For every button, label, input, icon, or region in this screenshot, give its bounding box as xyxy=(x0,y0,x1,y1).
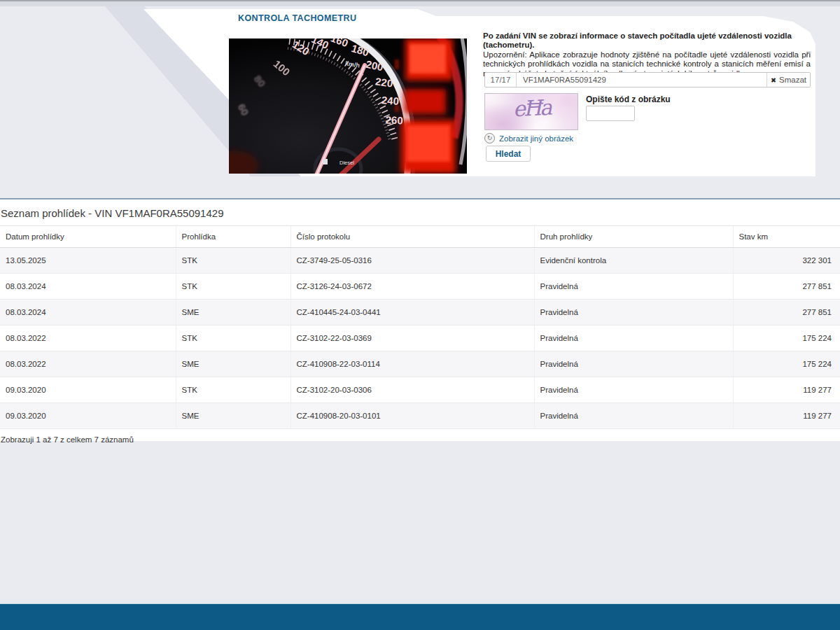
table-cell: 175 224 xyxy=(733,351,840,377)
table-cell: Pravidelná xyxy=(534,326,733,351)
table-cell: 08.03.2024 xyxy=(0,274,176,300)
records-summary: Zobrazuji 1 až 7 z celkem 7 záznamů xyxy=(0,429,840,444)
table-cell: SME xyxy=(176,403,290,429)
results-heading: Seznam prohlídek - VIN VF1MAF0RA55091429 xyxy=(0,200,840,225)
table-cell: 175 224 xyxy=(733,326,840,351)
table-cell: Evidenční kontrola xyxy=(534,248,733,274)
table-cell: CZ-3102-22-03-0369 xyxy=(290,326,534,351)
table-cell: CZ-410908-22-03-0114 xyxy=(290,351,534,377)
vin-char-counter: 17/17 xyxy=(485,73,517,87)
speedometer-image: 60 80 100 120 140 160 180 200 220 240 26… xyxy=(229,38,467,174)
table-cell: STK xyxy=(176,326,290,351)
inspection-table-body: 13.05.2025STKCZ-3749-25-05-0316Evidenční… xyxy=(0,248,840,429)
page-title: KONTROLA TACHOMETRU xyxy=(238,13,356,23)
column-header-type: Druh prohlídky xyxy=(534,226,733,248)
column-header-protocol: Číslo protokolu xyxy=(290,226,534,248)
gauge-fuel-label: Diesel xyxy=(340,160,354,166)
results-section: Seznam prohlídek - VIN VF1MAF0RA55091429… xyxy=(0,200,840,441)
table-header-row: Datum prohlídky Prohlídka Číslo protokol… xyxy=(0,226,840,248)
search-panel: Po zadání VIN se zobrazí informace o sta… xyxy=(483,31,811,172)
inspection-table: Datum prohlídky Prohlídka Číslo protokol… xyxy=(0,225,840,429)
table-cell: 13.05.2025 xyxy=(0,248,176,274)
table-cell: 322 301 xyxy=(733,248,840,274)
table-cell: Pravidelná xyxy=(534,351,733,377)
table-cell: 277 851 xyxy=(733,274,840,300)
table-cell: 09.03.2020 xyxy=(0,403,176,429)
column-header-date: Datum prohlídky xyxy=(0,226,176,248)
table-cell: CZ-3102-20-03-0306 xyxy=(290,377,534,403)
table-cell: Pravidelná xyxy=(534,403,733,429)
table-cell: CZ-3126-24-03-0672 xyxy=(290,274,534,300)
table-cell: Pravidelná xyxy=(534,300,733,326)
table-row: 09.03.2020SMECZ-410908-20-03-0101Pravide… xyxy=(0,403,840,429)
vin-input-group: 17/17 ✖ Smazat xyxy=(484,72,811,88)
table-row: 09.03.2020STKCZ-3102-20-03-0306Pravideln… xyxy=(0,377,840,403)
table-cell: 119 277 xyxy=(733,403,840,429)
table-cell: SME xyxy=(176,351,290,377)
intro-lead-text: Po zadání VIN se zobrazí informace o sta… xyxy=(483,31,811,50)
captcha-image: eĦa xyxy=(484,93,578,130)
table-cell: 08.03.2022 xyxy=(0,351,176,377)
refresh-captcha-label: Zobrazit jiný obrázek xyxy=(499,134,573,143)
table-cell: 08.03.2024 xyxy=(0,300,176,326)
clear-vin-button[interactable]: ✖ Smazat xyxy=(766,73,810,87)
table-cell: SME xyxy=(176,300,290,326)
speedometer-graphic: 60 80 100 120 140 160 180 200 220 240 26… xyxy=(229,38,467,174)
table-cell: 277 851 xyxy=(733,300,840,326)
search-button[interactable]: Hledat xyxy=(486,146,531,162)
table-row: 08.03.2024STKCZ-3126-24-03-0672Pravideln… xyxy=(0,274,840,300)
captcha-input[interactable] xyxy=(586,106,635,121)
table-cell: Pravidelná xyxy=(534,377,733,403)
table-cell: STK xyxy=(176,377,290,403)
gauge-label-260: 260 xyxy=(385,114,403,127)
table-cell: 08.03.2022 xyxy=(0,326,176,351)
table-cell: STK xyxy=(176,274,290,300)
table-cell: STK xyxy=(176,248,290,274)
table-cell: 09.03.2020 xyxy=(0,377,176,403)
window-top-strip xyxy=(0,1,840,6)
refresh-captcha-link[interactable]: ↻ Zobrazit jiný obrázek xyxy=(484,133,573,144)
table-cell: CZ-410445-24-03-0441 xyxy=(290,300,534,326)
table-row: 13.05.2025STKCZ-3749-25-05-0316Evidenční… xyxy=(0,248,840,274)
table-row: 08.03.2024SMECZ-410445-24-03-0441Pravide… xyxy=(0,300,840,326)
column-header-inspection: Prohlídka xyxy=(176,226,290,248)
table-cell: Pravidelná xyxy=(534,274,733,300)
table-cell: 119 277 xyxy=(733,377,840,403)
close-icon: ✖ xyxy=(771,76,776,84)
table-cell: CZ-410908-20-03-0101 xyxy=(290,403,534,429)
fuel-pump-icon xyxy=(323,159,328,164)
column-header-km: Stav km xyxy=(733,226,840,248)
captcha-distorted-text: eĦa xyxy=(512,95,551,122)
gauge-label-220: 220 xyxy=(374,75,393,89)
clear-vin-label: Smazat xyxy=(779,76,806,84)
captcha-label: Opište kód z obrázku xyxy=(586,94,671,104)
table-row: 08.03.2022STKCZ-3102-22-03-0369Pravideln… xyxy=(0,326,840,351)
table-cell: CZ-3749-25-05-0316 xyxy=(290,248,534,274)
refresh-icon: ↻ xyxy=(484,133,495,144)
gauge-label-240: 240 xyxy=(381,94,399,107)
table-row: 08.03.2022SMECZ-410908-22-03-0114Pravide… xyxy=(0,351,840,377)
footer-bar xyxy=(0,603,840,630)
vin-input[interactable] xyxy=(517,73,766,87)
